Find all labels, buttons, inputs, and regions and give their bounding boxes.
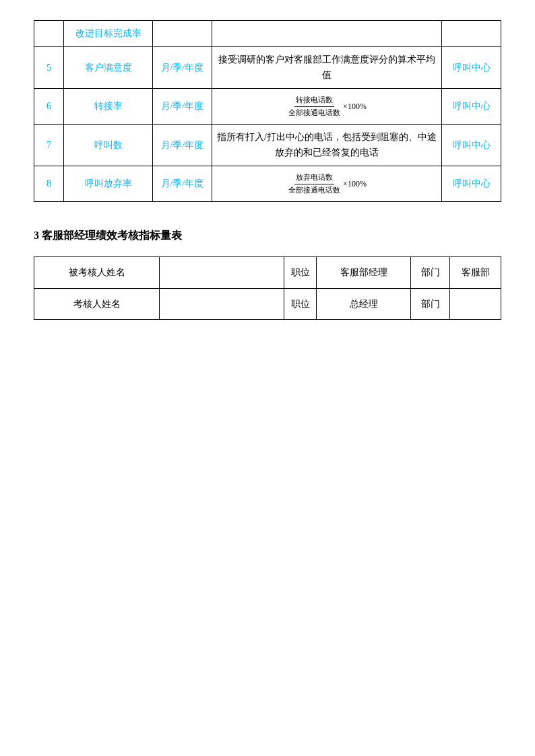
cell-num-7: 7 — [34, 125, 64, 166]
cell-dept-label-1: 部门 — [411, 257, 450, 288]
table-row-1: 被考核人姓名 职位 客服部经理 部门 客服部 — [34, 257, 501, 288]
cell-dept-value-1: 客服部 — [450, 257, 501, 288]
cell-dept-5: 呼叫中心 — [442, 47, 501, 89]
cell-dept-value-2 — [450, 288, 501, 319]
cell-def-5: 接受调研的客户对客服部工作满意度评分的算术平均值 — [212, 47, 442, 89]
cell-dept-label-2: 部门 — [411, 288, 450, 319]
table-row: 7 呼叫数 月/季/年度 指所有打入/打出中心的电话，包括受到阻塞的、中途放弃的… — [34, 125, 501, 166]
cell-freq-8: 月/季/年度 — [153, 166, 212, 202]
cell-position-value-2: 总经理 — [317, 288, 411, 319]
cell-position-label-1: 职位 — [284, 257, 316, 288]
cell-assessed-value — [160, 257, 284, 288]
table-row: 6 转接率 月/季/年度 转接电话数 全部接通电话数 ×100% 呼叫中心 — [34, 89, 501, 125]
table-row-2: 考核人姓名 职位 总经理 部门 — [34, 288, 501, 319]
table-row: 改进目标完成率 — [34, 21, 501, 47]
cell-name-8: 呼叫放弃率 — [64, 166, 153, 202]
cell-freq-6: 月/季/年度 — [153, 89, 212, 125]
cell-num-5: 5 — [34, 47, 64, 89]
cell-dept-6: 呼叫中心 — [442, 89, 501, 125]
cell-assessed-label: 被考核人姓名 — [34, 257, 160, 288]
cell-def-7: 指所有打入/打出中心的电话，包括受到阻塞的、中途放弃的和已经答复的电话 — [212, 125, 442, 166]
cell-name-5: 客户满意度 — [64, 47, 153, 89]
cell-def-6: 转接电话数 全部接通电话数 ×100% — [212, 89, 442, 125]
cell-freq-7: 月/季/年度 — [153, 125, 212, 166]
cell-freq-5: 月/季/年度 — [153, 47, 212, 89]
cell-num-6: 6 — [34, 89, 64, 125]
cell-dept-7: 呼叫中心 — [442, 125, 501, 166]
cell-position-value-1: 客服部经理 — [317, 257, 411, 288]
cell-assessor-label: 考核人姓名 — [34, 288, 160, 319]
section-title: 3 客服部经理绩效考核指标量表 — [34, 229, 501, 243]
cell-name-6: 转接率 — [64, 89, 153, 125]
bottom-table: 被考核人姓名 职位 客服部经理 部门 客服部 考核人姓名 职位 总经理 — [34, 256, 501, 319]
cell-position-label-2: 职位 — [284, 288, 316, 319]
table-row: 5 客户满意度 月/季/年度 接受调研的客户对客服部工作满意度评分的算术平均值 … — [34, 47, 501, 89]
cell-num-8: 8 — [34, 166, 64, 202]
cell-dept-empty — [442, 21, 501, 47]
cell-assessor-value — [160, 288, 284, 319]
cell-name-gaijin: 改进目标完成率 — [64, 21, 153, 47]
cell-def-8: 放弃电话数 全部接通电话数 ×100% — [212, 166, 442, 202]
cell-dept-8: 呼叫中心 — [442, 166, 501, 202]
cell-freq-empty — [153, 21, 212, 47]
cell-def-empty — [212, 21, 442, 47]
table-row: 8 呼叫放弃率 月/季/年度 放弃电话数 全部接通电话数 ×100% 呼叫中心 — [34, 166, 501, 202]
top-table: 改进目标完成率 5 客户满意度 月/季/年度 接受调研的客户对客服部工作满意度评… — [34, 20, 501, 202]
cell-name-7: 呼叫数 — [64, 125, 153, 166]
cell-num-empty — [34, 21, 64, 47]
